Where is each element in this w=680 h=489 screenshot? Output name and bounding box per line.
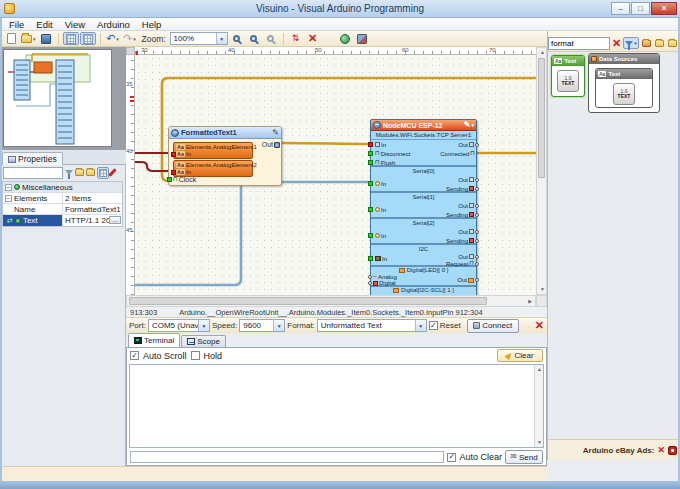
edit-pencil-icon[interactable]: ✎	[464, 121, 471, 129]
pin-serial0-in[interactable]: In	[371, 179, 386, 188]
send-button[interactable]: ✉ Send	[505, 450, 543, 464]
nodemcu-header[interactable]: − NodeMCU ESP-12 ✎ ▾	[371, 120, 476, 131]
minimize-button[interactable]: –	[611, 2, 630, 15]
pin-in[interactable]	[171, 152, 176, 157]
properties-filter-input[interactable]	[3, 167, 63, 179]
undo-button[interactable]: ↶▾	[105, 32, 121, 45]
collapse-icon[interactable]: −	[5, 184, 12, 191]
menu-file[interactable]: File	[3, 18, 30, 31]
connector-dot[interactable]	[475, 255, 479, 259]
palette-subgroup-text[interactable]: Aa Text 1.0 TEXT	[595, 68, 653, 108]
pin-tcp-out[interactable]: Out	[440, 140, 476, 149]
reset-checkbox[interactable]: ✓	[429, 321, 438, 330]
collapse-component-icon[interactable]: −	[171, 129, 179, 137]
design-canvas[interactable]: − FormattedText1 ✎ Out AaElements.Analog…	[135, 55, 536, 295]
collapse-icon[interactable]: −	[5, 195, 12, 202]
ads-block-icon[interactable]	[668, 446, 677, 455]
analog-element-1[interactable]: AaElements.AnalogElement1 AaIn	[173, 142, 253, 159]
hold-checkbox[interactable]	[191, 351, 200, 360]
clock-pin-square[interactable]	[167, 177, 172, 182]
collapse-component-icon[interactable]: −	[373, 121, 381, 129]
connect-button[interactable]: Connect	[467, 319, 519, 333]
pin-i2c-out[interactable]: Out	[446, 253, 476, 260]
pin-serial2-sending[interactable]: Sending	[446, 236, 476, 245]
connector-dot[interactable]	[475, 204, 479, 208]
scroll-right-icon[interactable]: ▶	[528, 299, 532, 304]
connector-dot[interactable]	[475, 187, 479, 191]
search-input[interactable]	[548, 37, 610, 50]
zoom-in-button[interactable]	[229, 32, 245, 45]
pin-i2c-in[interactable]: In	[371, 255, 387, 262]
palette-subgroup-header[interactable]: Aa Text	[596, 69, 652, 79]
format-combo-arrow[interactable]: ▼	[415, 320, 426, 331]
property-row-text-selected[interactable]: ⇄ Text HTTP/1.1 200 ...	[3, 215, 122, 226]
ads-close-icon[interactable]: ✕	[657, 446, 665, 455]
pin-icon[interactable]	[108, 168, 116, 177]
menu-view[interactable]: View	[59, 18, 91, 31]
pin-led-digital[interactable]: Digital	[371, 280, 397, 286]
menu-help[interactable]: Help	[136, 18, 168, 31]
scroll-up-icon[interactable]: ▲	[540, 50, 545, 55]
analog-element-2[interactable]: AaElements.AnalogElement2 AaIn	[173, 160, 253, 177]
send-input[interactable]	[130, 451, 444, 463]
connector-dot[interactable]	[475, 230, 479, 234]
pin-serial1-in[interactable]: In	[371, 205, 386, 214]
minimap[interactable]	[3, 49, 112, 147]
zoom-reset-button[interactable]	[263, 32, 279, 45]
open-project-button[interactable]: ▾	[20, 32, 37, 45]
pin-led-out[interactable]: Out	[457, 277, 476, 283]
scroll-down-icon[interactable]: ▼	[540, 287, 545, 292]
in-pin-square[interactable]	[368, 207, 373, 212]
connector-dot[interactable]	[475, 239, 479, 243]
collapse-all-button[interactable]	[667, 37, 678, 49]
canvas-horizontal-scrollbar[interactable]: ▶	[126, 295, 536, 307]
upload-button[interactable]	[354, 32, 370, 45]
property-category-row[interactable]: − Miscellaneous	[3, 182, 122, 193]
clear-search-icon[interactable]: ✕	[612, 38, 621, 49]
auto-scroll-checkbox[interactable]: ✓	[130, 351, 139, 360]
clear-button[interactable]: Clear	[497, 349, 543, 362]
disconnect-icon[interactable]: ✕	[535, 320, 544, 331]
wire-serial0-in[interactable]	[135, 182, 368, 285]
scroll-down-icon[interactable]: ▼	[537, 440, 542, 445]
tab-scope[interactable]: Scope	[181, 335, 226, 347]
connector-dot[interactable]	[475, 143, 479, 147]
scrollbar-thumb[interactable]	[129, 297, 487, 305]
compile-button[interactable]	[337, 32, 353, 45]
formatted-text-component[interactable]: 1.0 TEXT	[557, 70, 579, 92]
pin-serial2-in[interactable]: In	[371, 231, 386, 240]
in-pin-square[interactable]	[368, 233, 373, 238]
pin-scl-out[interactable]: Out	[457, 294, 476, 295]
pin-serial2-out[interactable]: Out	[446, 227, 476, 236]
auto-clear-checkbox[interactable]: ✓	[447, 453, 456, 462]
flush-pin-square[interactable]	[368, 160, 373, 165]
connector-dot[interactable]	[475, 213, 479, 217]
formattedtext1-header[interactable]: − FormattedText1 ✎	[169, 127, 281, 139]
properties-expand-icon[interactable]	[75, 169, 84, 176]
terminal-output[interactable]: ▲ ▼	[129, 364, 544, 448]
connector-dot[interactable]	[475, 262, 479, 266]
wire-out-to-tcp-in[interactable]	[282, 143, 368, 144]
pin-flush[interactable]: ⊓Flush	[371, 158, 410, 167]
disconnect-pin-square[interactable]	[368, 151, 373, 156]
toggle-grid-button[interactable]	[80, 32, 96, 45]
redo-button[interactable]: ↷▾	[122, 32, 138, 45]
format-combo[interactable]: Unformatted Text ▼	[317, 319, 427, 332]
in-pin-square[interactable]	[368, 181, 373, 186]
palette-group-header[interactable]: Data Sources	[589, 54, 659, 64]
properties-view-button[interactable]	[97, 167, 109, 179]
zoom-combo-arrow[interactable]: ▼	[216, 33, 227, 44]
delete-button[interactable]: ✕	[305, 32, 321, 45]
properties-collapse-icon[interactable]	[86, 169, 95, 176]
filter-button[interactable]: ▾	[623, 37, 639, 49]
terminal-scrollbar[interactable]: ▲ ▼	[534, 365, 543, 447]
port-combo[interactable]: COM5 (Unav ▼	[148, 319, 210, 332]
replace-component-button[interactable]: ⇅	[288, 32, 304, 45]
canvas-vertical-scrollbar[interactable]: ▲ ▼	[536, 47, 547, 295]
pin-serial0-out[interactable]: Out	[446, 175, 476, 184]
tab-terminal[interactable]: Terminal	[128, 333, 180, 347]
pin-serial1-out[interactable]: Out	[446, 201, 476, 210]
speed-combo-arrow[interactable]: ▼	[273, 320, 284, 331]
zoom-combo[interactable]: 100% ▼	[170, 32, 228, 45]
pin-in[interactable]	[171, 170, 176, 175]
